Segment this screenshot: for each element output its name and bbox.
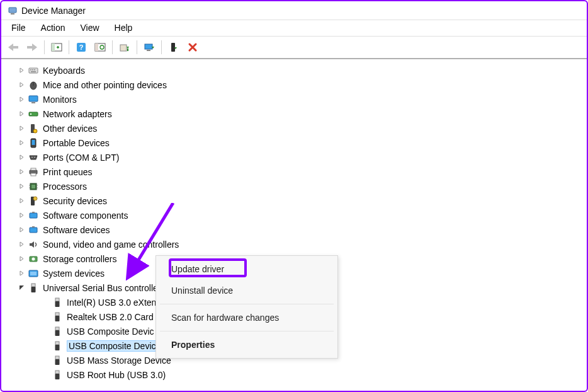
context-menu-item[interactable]: Scan for hardware changes [156, 307, 337, 328]
toolbar-separator [44, 40, 45, 54]
svg-rect-14 [29, 68, 38, 73]
chevron-right-icon[interactable] [16, 139, 26, 147]
tree-device-label: USB Composite Device [67, 340, 162, 352]
chevron-right-icon[interactable] [16, 125, 26, 132]
forward-button[interactable] [24, 39, 40, 55]
context-menu-item[interactable]: Uninstall device [156, 280, 337, 301]
tree-item-label: Portable Devices [43, 138, 110, 148]
chevron-right-icon[interactable] [16, 197, 26, 205]
ports-icon [28, 152, 39, 163]
chevron-right-icon[interactable] [16, 154, 26, 161]
menu-separator [160, 331, 334, 331]
tree-category[interactable]: Security devices [1, 193, 587, 208]
tree-device[interactable]: USB Root Hub (USB 3.0) [1, 367, 587, 382]
toolbar-separator [137, 40, 137, 54]
enable-device-button[interactable] [141, 39, 157, 55]
tree-category[interactable]: Print queues [1, 164, 587, 179]
chevron-down-icon[interactable] [16, 284, 26, 292]
tree-category[interactable]: Keyboards [1, 63, 587, 78]
tree-item-label: Print queues [43, 167, 93, 177]
menubar: File Action View Help [1, 20, 587, 37]
chevron-right-icon[interactable] [16, 241, 26, 248]
context-menu-item[interactable]: Update driver [156, 258, 337, 280]
system-icon [28, 268, 39, 279]
device-manager-icon [8, 6, 18, 16]
svg-rect-61 [55, 359, 60, 365]
svg-rect-0 [9, 8, 16, 13]
tree-item-label: System devices [43, 268, 105, 279]
chevron-right-icon[interactable] [16, 183, 26, 190]
tree-device-label: USB Composite Devic [67, 326, 154, 337]
svg-rect-24 [30, 113, 31, 115]
svg-rect-30 [34, 157, 35, 158]
chevron-right-icon[interactable] [16, 255, 26, 263]
svg-text:?: ? [79, 43, 84, 51]
menu-help[interactable]: Help [108, 21, 139, 35]
svg-rect-50 [31, 284, 35, 287]
svg-rect-45 [32, 226, 35, 228]
portable-icon [28, 137, 39, 149]
sound-icon [28, 239, 39, 250]
svg-rect-1 [11, 13, 14, 14]
tree-category[interactable]: Mice and other pointing devices [1, 78, 587, 92]
svg-rect-51 [31, 287, 36, 292]
tree-category[interactable]: Processors [1, 179, 587, 193]
svg-rect-59 [55, 345, 60, 350]
svg-rect-9 [120, 45, 127, 51]
svg-rect-42 [30, 213, 37, 218]
menu-file[interactable]: File [5, 21, 32, 35]
tree-item-label: Processors [43, 182, 87, 192]
svg-rect-43 [32, 212, 35, 213]
window-title: Device Manager [21, 6, 86, 16]
toolbar-separator [69, 40, 69, 54]
tree-category[interactable]: Network adapters [1, 107, 587, 121]
tree-category[interactable]: Software components [1, 208, 587, 222]
chevron-right-icon[interactable] [16, 96, 26, 103]
printer-icon [28, 166, 39, 178]
chevron-right-icon[interactable] [16, 67, 26, 74]
svg-rect-22 [31, 102, 35, 103]
help-button[interactable]: ? [73, 39, 89, 55]
menu-view[interactable]: View [74, 21, 105, 35]
cpu-icon [28, 181, 39, 192]
menu-separator [160, 304, 334, 304]
svg-rect-62 [55, 371, 59, 374]
tree-category[interactable]: Sound, video and game controllers [1, 237, 587, 251]
chevron-right-icon[interactable] [16, 110, 26, 118]
show-hide-tree-button[interactable] [48, 39, 65, 55]
svg-rect-53 [55, 301, 60, 307]
svg-rect-56 [55, 327, 59, 330]
tree-category[interactable]: Other devices [1, 121, 587, 135]
chevron-right-icon[interactable] [16, 168, 26, 176]
tree-category[interactable]: Software devices [1, 222, 587, 237]
svg-point-41 [33, 197, 37, 200]
context-menu-item[interactable]: Properties [156, 334, 337, 355]
svg-rect-15 [30, 69, 31, 71]
context-menu: Update driverUninstall deviceScan for ha… [155, 255, 338, 359]
scan-hardware-button[interactable] [92, 39, 108, 55]
software-icon [28, 224, 39, 236]
tree-category[interactable]: Monitors [1, 92, 587, 107]
svg-rect-60 [55, 356, 59, 359]
usb-dev-icon [52, 355, 63, 366]
usb-dev-icon [52, 297, 63, 308]
svg-rect-21 [29, 96, 38, 101]
svg-rect-63 [55, 374, 60, 379]
usb-dev-icon [52, 326, 63, 337]
usb-dev-icon [52, 340, 63, 352]
tree-item-label: Keyboards [43, 66, 85, 76]
chevron-right-icon[interactable] [16, 270, 26, 277]
chevron-right-icon[interactable] [16, 226, 26, 234]
uninstall-device-button[interactable] [184, 39, 201, 55]
disable-device-button[interactable] [166, 39, 182, 55]
update-driver-button[interactable] [116, 39, 133, 55]
chevron-right-icon[interactable] [16, 212, 26, 219]
tree-item-label: Network adapters [43, 109, 112, 119]
back-button[interactable] [5, 39, 21, 55]
tree-category[interactable]: Ports (COM & LPT) [1, 150, 587, 164]
svg-rect-32 [31, 168, 36, 170]
tree-category[interactable]: Portable Devices [1, 135, 587, 150]
menu-action[interactable]: Action [35, 21, 72, 35]
chevron-right-icon[interactable] [16, 81, 26, 89]
titlebar: Device Manager [1, 1, 587, 20]
